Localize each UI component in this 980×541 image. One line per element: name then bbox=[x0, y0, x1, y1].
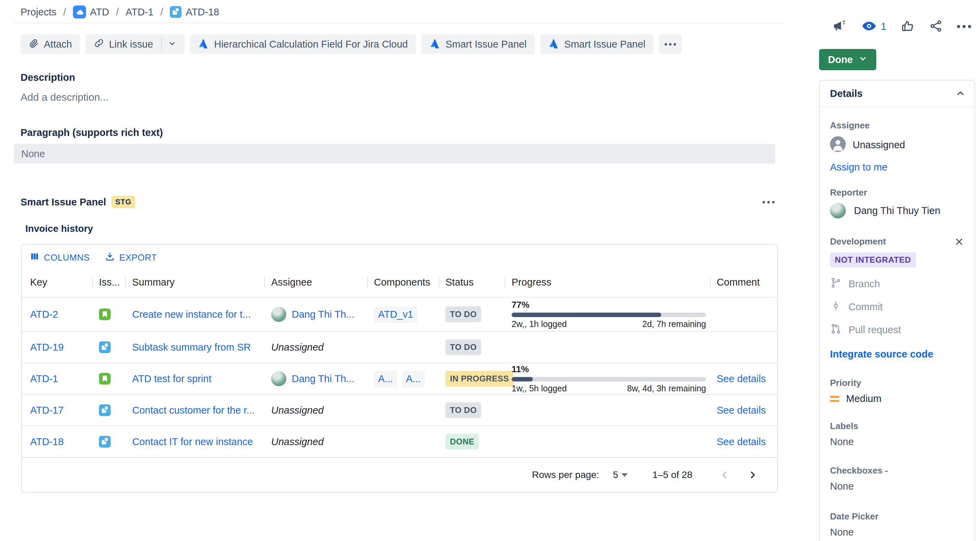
table-header-row: Key Iss... Summary Assignee Components S… bbox=[22, 267, 777, 297]
progress-logged: 1w,, 5h logged bbox=[512, 383, 567, 393]
breadcrumb-separator: / bbox=[116, 6, 119, 18]
col-header-components[interactable]: Components bbox=[367, 277, 439, 288]
attach-label: Attach bbox=[44, 39, 72, 50]
issue-key-link[interactable]: ATD-2 bbox=[30, 309, 58, 320]
assignee-unassigned: Unassigned bbox=[271, 405, 324, 416]
app-button-hierarchical-calc[interactable]: Hierarchical Calculation Field For Jira … bbox=[190, 34, 416, 54]
invoice-history-table-card: COLUMNS EXPORT Key Iss... Summary Assign… bbox=[21, 244, 778, 493]
paperclip-icon bbox=[29, 38, 39, 51]
status-badge: IN PROGRESS bbox=[445, 371, 513, 387]
issue-summary-link[interactable]: Create new instance for t... bbox=[132, 309, 251, 320]
feedback-megaphone-button[interactable] bbox=[833, 19, 847, 34]
close-development-button[interactable] bbox=[954, 237, 964, 247]
labels-value[interactable]: None bbox=[830, 436, 964, 447]
pagination-range: 1–5 of 28 bbox=[652, 469, 692, 481]
date-picker-value[interactable]: None bbox=[830, 527, 964, 538]
checkboxes-value[interactable]: None bbox=[830, 481, 964, 492]
link-icon bbox=[94, 38, 104, 51]
component-chip[interactable]: A... bbox=[402, 371, 425, 387]
panel-more-button[interactable] bbox=[759, 197, 778, 207]
date-picker-label: Date Picker bbox=[830, 511, 964, 522]
issue-summary-link[interactable]: Subtask summary from SR bbox=[132, 342, 251, 353]
status-done-button[interactable]: Done bbox=[819, 49, 876, 70]
paragraph-field-heading: Paragraph (supports rich text) bbox=[21, 127, 815, 138]
reporter-label: Reporter bbox=[830, 187, 964, 198]
share-button[interactable] bbox=[929, 19, 943, 34]
description-placeholder[interactable]: Add a description... bbox=[21, 91, 815, 103]
previous-page-button[interactable] bbox=[715, 465, 734, 485]
priority-field[interactable]: Medium bbox=[830, 393, 964, 404]
chevron-down-icon[interactable] bbox=[168, 39, 177, 50]
assignee-link[interactable]: Dang Thi Th... bbox=[292, 309, 355, 320]
columns-label: COLUMNS bbox=[44, 252, 90, 263]
component-chip[interactable]: ATD_v1 bbox=[374, 306, 417, 323]
paragraph-field-value[interactable]: None bbox=[14, 144, 775, 164]
watch-button[interactable]: 1 bbox=[862, 19, 886, 35]
issue-key-link[interactable]: ATD-17 bbox=[30, 405, 64, 416]
subtask-icon bbox=[99, 341, 111, 353]
issue-summary-link[interactable]: ATD test for sprint bbox=[132, 373, 212, 385]
smart-issue-panel-header: Smart Issue Panel STG bbox=[21, 196, 778, 208]
issue-key-link[interactable]: ATD-19 bbox=[30, 342, 64, 353]
table-row: ATD-18 Contact IT for new instance Unass… bbox=[22, 426, 777, 457]
issue-key-link[interactable]: ATD-1 bbox=[30, 373, 58, 385]
assignee-value: Unassigned bbox=[853, 139, 905, 151]
export-label: EXPORT bbox=[119, 252, 157, 263]
reporter-field[interactable]: Dang Thi Thuy Tien bbox=[830, 203, 964, 218]
col-header-summary[interactable]: Summary bbox=[125, 277, 264, 288]
breadcrumb-current-issue[interactable]: ATD-18 bbox=[186, 6, 219, 18]
progress-remaining: 2d, 7h remaining bbox=[643, 319, 706, 329]
see-details-link[interactable]: See details bbox=[717, 373, 766, 385]
status-badge: TO DO bbox=[445, 403, 481, 418]
main-column: Projects / ATD / ATD-1 / ATD-18 Attach bbox=[0, 0, 815, 493]
git-branch-icon bbox=[830, 277, 842, 291]
more-icon bbox=[957, 25, 960, 28]
assign-to-me-link[interactable]: Assign to me bbox=[830, 162, 888, 173]
app-button-smart-issue-panel-1[interactable]: Smart Issue Panel bbox=[422, 34, 535, 54]
next-page-button[interactable] bbox=[743, 465, 762, 485]
story-icon bbox=[99, 373, 111, 385]
collapse-details-button[interactable] bbox=[955, 88, 966, 99]
breadcrumb-separator: / bbox=[64, 6, 66, 18]
progress-cell: 77% 2w,, 1h logged 2d, 7h remaining bbox=[512, 300, 706, 329]
table-row: ATD-2 Create new instance for t... Dang … bbox=[22, 297, 777, 331]
col-header-key[interactable]: Key bbox=[22, 277, 92, 288]
attach-button[interactable]: Attach bbox=[21, 34, 80, 54]
export-button[interactable]: EXPORT bbox=[105, 251, 157, 264]
assignee-link[interactable]: Dang Thi Th... bbox=[292, 373, 355, 385]
breadcrumb-project[interactable]: ATD bbox=[90, 6, 109, 18]
issue-summary-link[interactable]: Contact IT for new instance bbox=[132, 436, 253, 447]
col-header-status[interactable]: Status bbox=[439, 277, 505, 288]
col-header-issue-type[interactable]: Iss... bbox=[92, 277, 125, 288]
table-row: ATD-19 Subtask summary from SR Unassigne… bbox=[22, 331, 777, 363]
see-details-link[interactable]: See details bbox=[717, 436, 766, 447]
issue-summary-link[interactable]: Contact customer for the r... bbox=[132, 405, 255, 416]
toolbar-more-button[interactable] bbox=[659, 34, 682, 54]
see-details-link[interactable]: See details bbox=[717, 405, 766, 416]
component-chip[interactable]: A... bbox=[374, 371, 397, 387]
issue-key-link[interactable]: ATD-18 bbox=[30, 436, 64, 447]
breadcrumb-projects[interactable]: Projects bbox=[21, 6, 57, 18]
progress-bar bbox=[512, 313, 706, 317]
more-icon bbox=[665, 43, 667, 46]
col-header-progress[interactable]: Progress bbox=[505, 277, 710, 288]
progress-percent: 11% bbox=[512, 364, 706, 375]
link-issue-button[interactable]: Link issue bbox=[86, 34, 185, 54]
col-header-comment[interactable]: Comment bbox=[710, 277, 778, 288]
col-header-assignee[interactable]: Assignee bbox=[264, 277, 367, 288]
rows-per-page-select[interactable]: 5 bbox=[613, 469, 628, 481]
assignee-field[interactable]: Unassigned bbox=[830, 136, 964, 153]
details-panel-header[interactable]: Details bbox=[820, 81, 975, 107]
jira-issue-page: Projects / ATD / ATD-1 / ATD-18 Attach bbox=[0, 0, 980, 541]
chevron-down-icon bbox=[858, 54, 867, 65]
breadcrumb-parent-issue[interactable]: ATD-1 bbox=[126, 6, 154, 18]
table-row: ATD-17 Contact customer for the r... Una… bbox=[22, 394, 777, 426]
issue-more-button[interactable] bbox=[957, 25, 971, 28]
like-button[interactable] bbox=[901, 19, 915, 34]
not-integrated-badge: NOT INTEGRATED bbox=[830, 252, 916, 267]
integrate-source-code-link[interactable]: Integrate source code bbox=[830, 348, 933, 360]
breadcrumb-divider bbox=[14, 22, 784, 23]
story-icon bbox=[99, 309, 111, 320]
columns-button[interactable]: COLUMNS bbox=[29, 251, 90, 264]
app-button-smart-issue-panel-2[interactable]: Smart Issue Panel bbox=[540, 34, 654, 54]
